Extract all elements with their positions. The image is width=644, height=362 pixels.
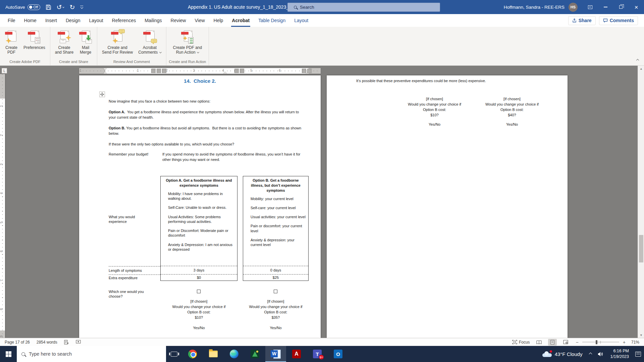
- taskbar-search[interactable]: Type here to search: [17, 346, 166, 362]
- zoom-out-button[interactable]: −: [575, 340, 580, 345]
- weather-widget[interactable]: 43°F Cloudy: [538, 346, 587, 362]
- proofing-errors-icon[interactable]: [64, 340, 69, 345]
- tab-insert[interactable]: Insert: [41, 14, 61, 27]
- first-line-indent-marker[interactable]: [103, 68, 107, 70]
- create-pdf-icon: [5, 30, 18, 44]
- share-button[interactable]: Share: [568, 16, 596, 25]
- task-view-taskbar-button[interactable]: [166, 346, 182, 362]
- avatar[interactable]: HS: [569, 3, 578, 12]
- print-layout-icon[interactable]: [548, 339, 557, 346]
- ribbon-button-mail-merge[interactable]: MailMerge: [77, 29, 94, 56]
- if-chosen-b: [If chosen] Would you change your choice…: [243, 299, 309, 330]
- tab-selector[interactable]: L: [2, 68, 7, 73]
- tab-file[interactable]: File: [3, 14, 20, 27]
- zoom-slider-thumb[interactable]: [596, 340, 597, 344]
- table-column-marker[interactable]: [240, 69, 244, 73]
- customize-qat-icon[interactable]: [80, 6, 83, 9]
- tab-references[interactable]: References: [108, 14, 141, 27]
- hanging-indent-marker[interactable]: [103, 72, 107, 74]
- ribbon-group-create-adobe-pdf: CreatePDFPreferencesCreate Adobe PDF: [0, 27, 50, 65]
- minimize-button[interactable]: [598, 0, 613, 14]
- scroll-down-icon[interactable]: ▼: [638, 332, 644, 338]
- ruler-number: 1: [0, 105, 3, 107]
- table-move-handle[interactable]: [99, 92, 105, 97]
- page-left[interactable]: 14. Choice 2. Now imagine that you face …: [79, 75, 321, 338]
- teams-taskbar-button[interactable]: 9+: [307, 346, 328, 362]
- zoom-slider[interactable]: [582, 340, 619, 345]
- scrollbar-thumb[interactable]: [639, 235, 643, 262]
- word-window: AutoSave Off ↺ ↻ Appendix 1. US Adult ac…: [0, 0, 644, 362]
- table-column-marker[interactable]: [234, 69, 239, 73]
- ribbon-button-create-and-share[interactable]: Createand Share: [53, 29, 75, 56]
- table-column-marker[interactable]: [307, 69, 312, 73]
- read-mode-icon[interactable]: [535, 339, 543, 346]
- tab-layout-2[interactable]: Layout: [290, 14, 313, 27]
- ruler-number: 5: [0, 222, 3, 224]
- search-box[interactable]: Search: [287, 3, 440, 12]
- tab-help[interactable]: Help: [209, 14, 228, 27]
- tab-layout[interactable]: Layout: [85, 14, 108, 27]
- autosave-pill[interactable]: Off: [28, 4, 40, 10]
- option-a-extra: $0: [161, 275, 237, 281]
- table-column-marker[interactable]: [302, 69, 306, 73]
- word-taskbar-button[interactable]: [265, 346, 286, 362]
- comments-button[interactable]: Comments: [599, 16, 638, 25]
- option-a-checkbox[interactable]: [197, 290, 201, 293]
- word-count[interactable]: 2854 words: [37, 340, 57, 345]
- vertical-scrollbar[interactable]: ▲ ▼: [638, 66, 644, 338]
- ribbon-button-create-and-send-for-review[interactable]: Create andSend For Review: [100, 29, 135, 56]
- hidden-icons-chevron[interactable]: [586, 346, 595, 362]
- green-app-taskbar-button[interactable]: [245, 346, 265, 362]
- tab-table-design[interactable]: Table Design: [254, 14, 290, 27]
- action-center-icon[interactable]: [632, 346, 644, 362]
- volume-icon[interactable]: [595, 346, 607, 362]
- outlook-taskbar-button[interactable]: [328, 346, 348, 362]
- tab-review[interactable]: Review: [166, 14, 191, 27]
- focus-button[interactable]: Focus: [512, 340, 530, 345]
- start-button[interactable]: [0, 346, 17, 362]
- macro-record-icon[interactable]: [76, 340, 81, 344]
- option-a-item: Mobility: I have some problems in walkin…: [168, 191, 234, 201]
- tab-view[interactable]: View: [190, 14, 209, 27]
- acrobat-taskbar-button[interactable]: [286, 346, 307, 362]
- ribbon-button-preferences[interactable]: Preferences: [21, 29, 47, 51]
- page-indicator[interactable]: Page 17 of 26: [5, 340, 30, 345]
- ribbon-button-create-pdf-and-run-action[interactable]: Create PDF andRun Action: [171, 29, 204, 56]
- save-icon[interactable]: [46, 4, 51, 10]
- close-button[interactable]: ×: [629, 0, 644, 14]
- page-right[interactable]: It’s possible that these preventive expe…: [327, 75, 568, 338]
- scroll-up-icon[interactable]: ▲: [638, 66, 644, 71]
- web-layout-icon[interactable]: [561, 339, 570, 346]
- restore-button[interactable]: [613, 0, 629, 14]
- collapse-ribbon-icon[interactable]: [637, 57, 639, 63]
- table-column-marker[interactable]: [151, 69, 156, 73]
- option-b-items: Mobility: your current levelSelf-care: y…: [243, 193, 308, 266]
- ruler-number: 8: [0, 308, 3, 310]
- chrome-taskbar-button[interactable]: [182, 346, 203, 362]
- clock[interactable]: 6:16 PM 1/19/2023: [607, 348, 632, 360]
- tab-mailings[interactable]: Mailings: [140, 14, 166, 27]
- tab-design[interactable]: Design: [61, 14, 85, 27]
- tab-home[interactable]: Home: [20, 14, 41, 27]
- ribbon-display-options-icon[interactable]: [582, 0, 598, 14]
- undo-icon[interactable]: ↺: [57, 4, 64, 10]
- chrome-icon: [188, 350, 197, 358]
- ribbon-button-acrobat-comments[interactable]: AcrobatComments: [136, 29, 163, 56]
- edge-taskbar-button[interactable]: [224, 346, 245, 362]
- horizontal-ruler[interactable]: 11234567: [79, 68, 321, 74]
- autosave-toggle[interactable]: AutoSave Off: [5, 4, 40, 10]
- redo-icon[interactable]: ↻: [69, 4, 75, 10]
- option-b-checkbox[interactable]: [274, 290, 277, 293]
- zoom-in-button[interactable]: +: [622, 340, 627, 345]
- option-a-column: Option A. Get a foodborne illness and ex…: [160, 176, 237, 281]
- table-column-marker[interactable]: [162, 69, 166, 73]
- user-name[interactable]: Hoffmann, Sandra - REE-ERS: [504, 5, 565, 10]
- option-a-item: Pain or Discomfort: Moderate pain or dis…: [168, 228, 234, 238]
- option-b-item: Mobility: your current level: [251, 196, 306, 201]
- tab-acrobat[interactable]: Acrobat: [227, 14, 254, 27]
- table-column-marker[interactable]: [157, 69, 161, 73]
- ribbon-button-create-pdf[interactable]: CreatePDF: [3, 29, 20, 56]
- windows-logo-icon: [6, 351, 11, 357]
- zoom-level[interactable]: 71%: [631, 340, 639, 345]
- file-explorer-taskbar-button[interactable]: [203, 346, 224, 362]
